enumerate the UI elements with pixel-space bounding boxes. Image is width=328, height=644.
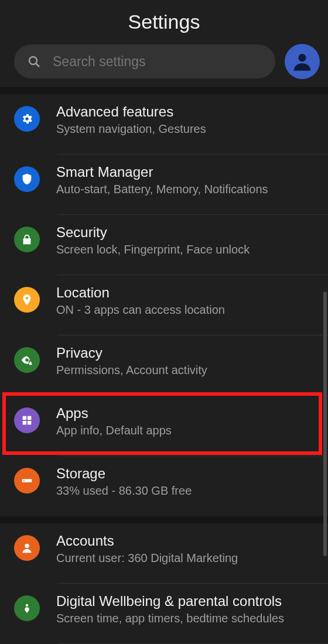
scrollbar[interactable]: [323, 292, 327, 556]
page-title: Settings: [0, 0, 328, 39]
item-advanced-features[interactable]: Advanced features System navigation, Ges…: [0, 94, 328, 155]
grid-icon: [14, 407, 40, 433]
lock-icon: [14, 227, 40, 252]
section-divider: [0, 87, 328, 94]
search-row: [0, 39, 328, 87]
svg-rect-6: [28, 421, 31, 424]
search-icon: [27, 54, 41, 68]
settings-list: Advanced features System navigation, Ges…: [0, 94, 328, 644]
item-subtitle: Screen time, app timers, bedtime schedul…: [56, 611, 317, 626]
item-subtitle: 33% used - 86.30 GB free: [56, 483, 317, 499]
item-subtitle: Screen lock, Fingerprint, Face unlock: [56, 242, 317, 258]
avatar[interactable]: [285, 44, 320, 79]
item-security[interactable]: Security Screen lock, Fingerprint, Face …: [0, 215, 328, 275]
item-title: Accounts: [56, 533, 317, 549]
item-subtitle: Permissions, Account activity: [56, 362, 317, 378]
shield-icon: [14, 166, 40, 192]
item-subtitle: Current user: 360 Digital Marketing: [56, 550, 317, 566]
item-accounts[interactable]: Accounts Current user: 360 Digital Marke…: [0, 523, 328, 584]
item-smart-manager[interactable]: Smart Manager Auto-start, Battery, Memor…: [0, 155, 328, 215]
item-title: Location: [56, 285, 317, 301]
section-divider: [0, 516, 328, 523]
item-subtitle: Auto-start, Battery, Memory, Notificatio…: [56, 181, 317, 197]
item-wellbeing[interactable]: Digital Wellbeing & parental controls Sc…: [0, 584, 328, 644]
item-title: Advanced features: [56, 104, 317, 120]
item-title: Digital Wellbeing & parental controls: [56, 593, 317, 609]
storage-icon: [14, 468, 40, 494]
item-privacy[interactable]: Privacy Permissions, Account activity: [0, 335, 328, 396]
svg-point-10: [26, 604, 29, 607]
svg-point-0: [29, 57, 37, 64]
svg-line-1: [36, 64, 40, 67]
item-location[interactable]: Location ON - 3 apps can access location: [0, 275, 328, 335]
item-title: Security: [56, 224, 317, 241]
item-apps[interactable]: Apps App info, Default apps: [0, 396, 328, 456]
search-input[interactable]: [53, 54, 262, 70]
item-title: Apps: [56, 405, 317, 422]
svg-point-8: [23, 480, 25, 481]
svg-point-2: [298, 54, 306, 61]
item-title: Storage: [56, 465, 317, 482]
svg-rect-4: [28, 416, 31, 420]
person-icon: [291, 50, 313, 73]
eye-lock-icon: [14, 347, 40, 373]
gear-plus-icon: [14, 106, 40, 132]
item-subtitle: App info, Default apps: [56, 423, 317, 439]
item-title: Smart Manager: [56, 164, 317, 180]
heart-icon: [14, 595, 40, 621]
person-icon: [14, 535, 40, 561]
item-subtitle: System navigation, Gestures: [56, 121, 317, 137]
search-bar[interactable]: [14, 44, 275, 78]
svg-point-9: [25, 544, 29, 548]
svg-rect-5: [23, 421, 26, 424]
item-title: Privacy: [56, 345, 317, 361]
page-title-text: Settings: [0, 11, 328, 33]
item-subtitle: ON - 3 apps can access location: [56, 302, 317, 318]
svg-rect-3: [23, 416, 26, 420]
pin-icon: [14, 287, 40, 313]
item-storage[interactable]: Storage 33% used - 86.30 GB free: [0, 456, 328, 516]
